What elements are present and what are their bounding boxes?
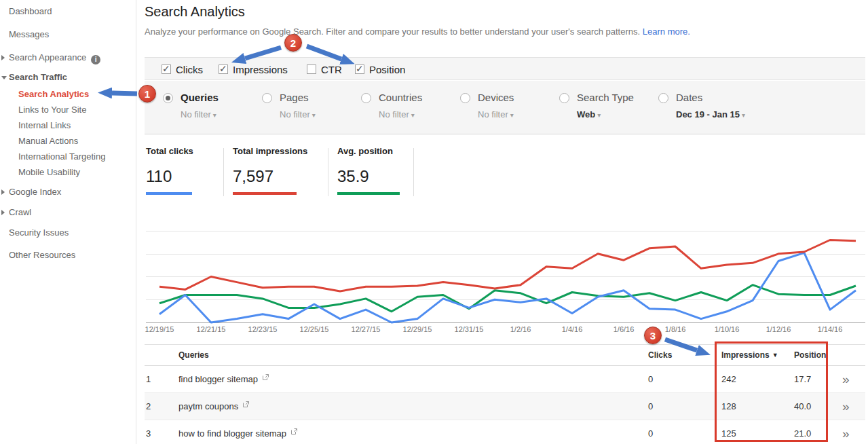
- dimension-devices[interactable]: DevicesNo filter▾: [460, 92, 514, 119]
- row-query: paytm coupons: [178, 393, 250, 420]
- summary-card-total-impressions: Total impressions 7,597: [233, 146, 307, 195]
- sidebar-item-internal-links[interactable]: Internal Links: [0, 119, 136, 132]
- filter-dropdown[interactable]: Dec 19 - Jan 15▾: [676, 109, 745, 119]
- sidebar-item-dashboard[interactable]: Dashboard: [0, 5, 136, 18]
- filter-dropdown[interactable]: No filter▾: [181, 109, 219, 119]
- sidebar-item-other-resources[interactable]: Other Resources: [0, 248, 136, 262]
- row-query: how to find blogger sitemap: [178, 420, 298, 444]
- card-divider: [223, 148, 224, 196]
- page-description: Analyze your performance on Google Searc…: [145, 26, 690, 37]
- filter-dropdown[interactable]: No filter▾: [379, 109, 422, 119]
- dimension-pages[interactable]: PagesNo filter▾: [262, 92, 316, 119]
- position-color-bar: [337, 192, 400, 195]
- radio-icon[interactable]: [658, 93, 668, 103]
- caret-down-icon: ▾: [597, 111, 601, 119]
- x-axis-tick: 1/4/16: [552, 325, 592, 333]
- toggle-clicks[interactable]: ✓Clicks: [162, 58, 203, 81]
- checkbox-icon: ✓: [307, 64, 316, 74]
- sidebar-item-links-to-your-site[interactable]: Links to Your Site: [0, 103, 136, 117]
- radio-icon[interactable]: [361, 93, 371, 103]
- filter-dropdown[interactable]: No filter▾: [478, 109, 514, 119]
- filter-dropdown[interactable]: Web▾: [577, 109, 634, 119]
- x-axis-tick: 12/29/15: [397, 325, 438, 333]
- caret-down-icon: ▾: [312, 111, 316, 119]
- x-axis-tick: 12/23/15: [242, 325, 283, 333]
- radio-icon[interactable]: [559, 93, 569, 103]
- dimension-search-type[interactable]: Search TypeWeb▾: [559, 92, 634, 119]
- x-axis-tick: 1/2/16: [500, 325, 541, 333]
- checkbox-icon: ✓: [219, 64, 228, 74]
- summary-card-total-clicks: Total clicks 110: [146, 146, 193, 195]
- caret-down-icon: ▾: [411, 111, 415, 119]
- x-axis-tick: 1/14/16: [810, 325, 850, 333]
- toggle-ctr[interactable]: ✓CTR: [307, 58, 342, 81]
- row-rank: 2: [146, 393, 166, 420]
- sidebar-item-security-issues[interactable]: Security Issues: [0, 226, 136, 240]
- card-divider: [328, 148, 328, 196]
- dimension-filter-bar: QueriesNo filter▾ PagesNo filter▾ Countr…: [145, 81, 865, 134]
- checkbox-icon: ✓: [355, 64, 364, 74]
- header-clicks[interactable]: Clicks: [648, 345, 672, 365]
- impressions-line: [159, 240, 856, 292]
- learn-more-link[interactable]: Learn more.: [643, 26, 690, 37]
- caret-down-icon: ▾: [213, 111, 216, 119]
- sidebar-item-search-traffic[interactable]: Search Traffic: [0, 71, 136, 84]
- expand-arrow-icon: [1, 210, 5, 215]
- x-axis-tick: 12/25/15: [294, 325, 335, 333]
- sidebar-item-messages[interactable]: Messages: [0, 28, 136, 41]
- dimension-dates[interactable]: DatesDec 19 - Jan 15▾: [658, 92, 745, 119]
- query-link[interactable]: how to find blogger sitemap: [178, 428, 286, 439]
- radio-icon[interactable]: [163, 93, 173, 103]
- expand-arrow-icon: [1, 189, 5, 195]
- row-clicks: 0: [648, 393, 653, 420]
- caret-down-icon: ▾: [510, 111, 514, 119]
- header-queries[interactable]: Queries: [178, 345, 209, 365]
- expand-arrow-icon: [1, 55, 5, 60]
- x-axis-tick: 12/19/15: [139, 325, 180, 333]
- x-axis-tick: 12/27/15: [345, 325, 386, 333]
- x-axis-tick: 1/10/16: [706, 325, 747, 333]
- sidebar-item-crawl[interactable]: Crawl: [0, 206, 136, 219]
- dimension-queries[interactable]: QueriesNo filter▾: [163, 92, 219, 119]
- query-link[interactable]: paytm coupons: [178, 401, 238, 411]
- toggle-position[interactable]: ✓Position: [355, 58, 405, 81]
- info-icon[interactable]: i: [91, 55, 100, 64]
- annotation-highlight-box: [715, 341, 828, 442]
- search-console-screen: Dashboard Messages Search Appearancei Se…: [0, 0, 868, 444]
- sidebar-item-google-index[interactable]: Google Index: [0, 185, 136, 199]
- x-axis-tick: 12/31/15: [449, 325, 489, 333]
- x-axis-tick: 1/12/16: [758, 325, 799, 333]
- radio-icon[interactable]: [460, 93, 470, 103]
- external-link-icon[interactable]: [290, 428, 298, 435]
- query-link[interactable]: find blogger sitemap: [178, 374, 258, 384]
- filter-dropdown[interactable]: No filter▾: [280, 109, 316, 119]
- impressions-color-bar: [233, 192, 297, 195]
- radio-icon[interactable]: [262, 93, 272, 103]
- external-link-icon[interactable]: [242, 401, 250, 408]
- external-link-icon[interactable]: [262, 373, 269, 381]
- toggle-impressions[interactable]: ✓Impressions: [219, 58, 288, 81]
- x-axis-tick: 1/6/16: [603, 325, 644, 333]
- position-line: [159, 285, 856, 312]
- annotation-badge-3: 3: [644, 327, 662, 344]
- sidebar-item-search-analytics[interactable]: Search Analytics: [0, 88, 136, 101]
- row-query: find blogger sitemap: [178, 366, 269, 392]
- analytics-line-chart: 12/19/1512/21/1512/23/1512/25/1512/27/15…: [146, 231, 865, 335]
- sidebar-item-international-targeting[interactable]: International Targeting: [0, 150, 136, 164]
- clicks-color-bar: [146, 192, 192, 195]
- chart-canvas: [146, 231, 865, 324]
- row-clicks: 0: [648, 366, 653, 392]
- row-rank: 1: [146, 366, 166, 392]
- sidebar-item-mobile-usability[interactable]: Mobile Usability: [0, 166, 136, 179]
- x-axis-tick: 12/21/15: [191, 325, 231, 333]
- sidebar-nav: Dashboard Messages Search Appearancei Se…: [0, 0, 136, 444]
- expand-row-button[interactable]: »: [842, 420, 848, 444]
- expand-row-button[interactable]: »: [842, 393, 848, 420]
- annotation-badge-2: 2: [284, 34, 302, 52]
- metric-toggle-bar: ✓Clicks ✓Impressions ✓CTR ✓Position: [145, 57, 865, 80]
- expand-row-button[interactable]: »: [842, 366, 848, 392]
- dimension-countries[interactable]: CountriesNo filter▾: [361, 92, 422, 119]
- sidebar-item-manual-actions[interactable]: Manual Actions: [0, 134, 136, 148]
- sidebar-item-search-appearance[interactable]: Search Appearancei: [0, 51, 136, 64]
- caret-down-icon: ▾: [742, 111, 745, 119]
